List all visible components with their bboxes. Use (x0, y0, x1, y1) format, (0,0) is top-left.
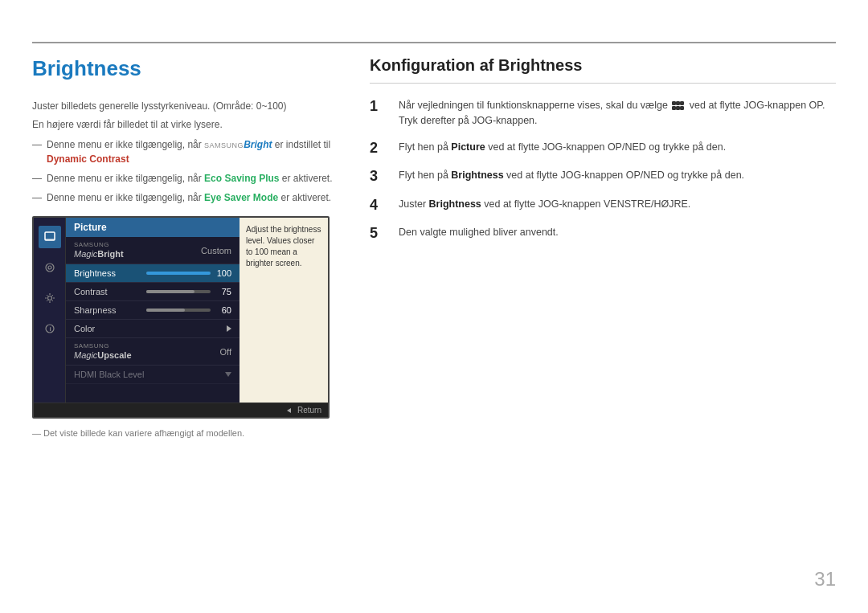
svg-rect-1 (45, 239, 55, 240)
left-column: Brightness Juster billedets generelle ly… (32, 56, 346, 438)
right-column: Konfiguration af Brightness 1 Når vejled… (370, 56, 836, 254)
page-title: Brightness (32, 56, 346, 81)
note-line-1: Denne menu er ikke tilgængelig, når SAMS… (32, 137, 346, 166)
right-section-title: Konfiguration af Brightness (370, 56, 836, 84)
step-5: 5 Den valgte mulighed bliver anvendt. (370, 225, 836, 243)
callout-text: Adjust the brightness level. Values clos… (246, 225, 321, 268)
svg-rect-7 (673, 101, 676, 104)
svg-rect-11 (677, 106, 680, 109)
svg-text:i: i (49, 325, 51, 333)
note1-text: Denne menu er ikke tilgængelig, når SAMS… (47, 137, 346, 166)
step-1: 1 Når vejledningen til funktionsknappern… (370, 98, 836, 129)
monitor-screenshot: i Picture SAMSUNG MagicBright Custom (32, 216, 330, 419)
callout-box: Adjust the brightness level. Values clos… (240, 218, 328, 403)
steps-list: 1 Når vejledningen til funktionsknappern… (370, 98, 836, 243)
step-text-5: Den valgte mulighed bliver anvendt. (399, 225, 836, 240)
description-line1: Juster billedets generelle lysstyrkenive… (32, 99, 346, 114)
svg-point-4 (47, 296, 51, 300)
menu-item-color: Color (66, 320, 240, 338)
description-line2: En højere værdi får billedet til at virk… (32, 117, 346, 133)
menu-item-hdmi: HDMI Black Level (66, 366, 240, 384)
return-button: Return (287, 406, 321, 415)
return-arrow-icon (287, 408, 291, 413)
note-line-2: Denne menu er ikke tilgængelig, når Eco … (32, 171, 346, 186)
svg-rect-9 (681, 101, 684, 104)
page-number: 31 (814, 568, 836, 591)
menu-item-contrast: Contrast 75 (66, 283, 240, 301)
color-arrow-icon (227, 325, 231, 332)
sidebar-icons: i (34, 218, 66, 403)
menu-item-sharpness: Sharpness 60 (66, 301, 240, 320)
return-label: Return (297, 406, 321, 415)
svg-rect-8 (677, 101, 680, 104)
step-number-5: 5 (370, 225, 392, 243)
menu-header: Picture (66, 218, 240, 237)
footnote-text: Det viste billede kan variere afhængigt … (32, 428, 346, 438)
note-line-3: Denne menu er ikke tilgængelig, når Eye … (32, 190, 346, 205)
icon-picture (39, 226, 61, 248)
menu-item-brightness: Brightness 100 (66, 264, 240, 283)
step-4: 4 Juster Brightness ved at flytte JOG-kn… (370, 197, 836, 215)
step-number-3: 3 (370, 168, 392, 186)
hdmi-arrow-icon (225, 372, 231, 377)
menu-item-magicbright: SAMSUNG MagicBright Custom (66, 237, 240, 264)
svg-rect-12 (681, 106, 684, 109)
menu-area: Picture SAMSUNG MagicBright Custom Brigh… (66, 218, 240, 403)
step-2: 2 Flyt hen på Picture ved at flytte JOG-… (370, 140, 836, 157)
step-number-1: 1 (370, 98, 392, 116)
note3-text: Denne menu er ikke tilgængelig, når Eye … (47, 190, 331, 205)
icon-settings (39, 287, 61, 309)
step-text-3: Flyt hen på Brightness ved at flytte JOG… (399, 168, 836, 183)
menu-item-magicupscale: SAMSUNG MagicUpscale Off (66, 338, 240, 366)
step-number-2: 2 (370, 140, 392, 157)
note2-text: Denne menu er ikke tilgængelig, når Eco … (47, 171, 333, 186)
icon-sound (39, 256, 61, 279)
monitor-bottom-bar: Return (34, 403, 328, 417)
svg-point-3 (48, 266, 51, 269)
top-divider (32, 42, 836, 43)
svg-rect-10 (673, 106, 676, 109)
step-text-1: Når vejledningen til funktionsknapperne … (399, 98, 836, 129)
step-3: 3 Flyt hen på Brightness ved at flytte J… (370, 168, 836, 186)
icon-info: i (39, 317, 61, 340)
step-number-4: 4 (370, 197, 392, 215)
svg-point-2 (46, 264, 54, 272)
step-text-2: Flyt hen på Picture ved at flytte JOG-kn… (399, 140, 836, 155)
step-text-4: Juster Brightness ved at flytte JOG-knap… (399, 197, 836, 212)
